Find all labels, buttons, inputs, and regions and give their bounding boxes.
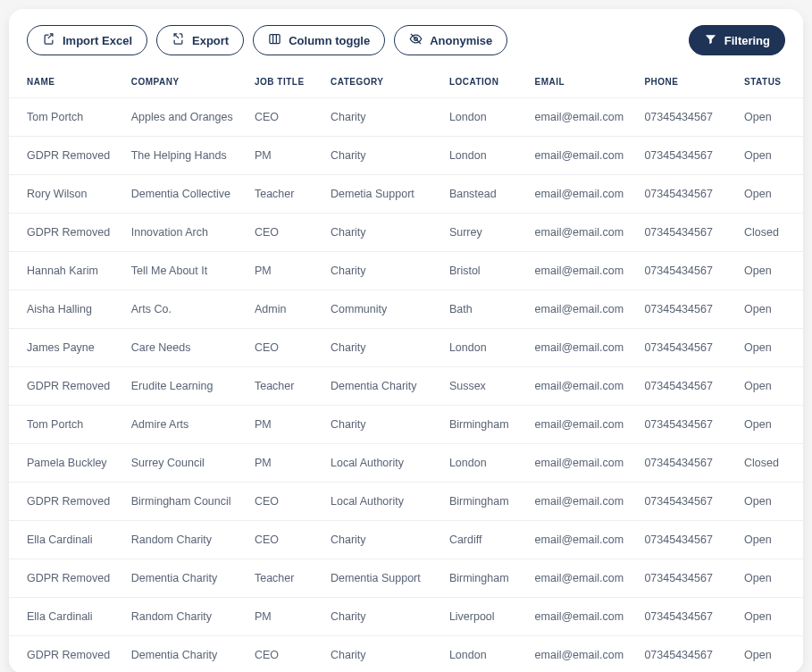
cell-email: email@email.com <box>528 483 638 521</box>
header-name[interactable]: NAME <box>9 68 124 98</box>
cell-phone: 07345434567 <box>637 559 737 598</box>
table-row[interactable]: Pamela BuckleySurrey CouncilPMLocal Auth… <box>9 444 803 483</box>
header-job-title[interactable]: JOB TITLE <box>247 68 323 98</box>
table-row[interactable]: James PayneCare NeedsCEOCharityLondonema… <box>9 329 803 367</box>
cell-email: email@email.com <box>528 290 638 329</box>
cell-email: email@email.com <box>528 137 638 175</box>
header-location[interactable]: LOCATION <box>442 68 528 98</box>
cell-phone: 07345434567 <box>637 367 737 406</box>
header-status[interactable]: STATUS <box>737 68 803 98</box>
cell-location: London <box>442 444 528 483</box>
cell-location: Birmingham <box>442 559 528 598</box>
table-row[interactable]: GDPR RemovedErudite LearningTeacherDemen… <box>9 367 803 406</box>
cell-name: Pamela Buckley <box>9 444 124 483</box>
table-row[interactable]: Hannah KarimTell Me About ItPMCharityBri… <box>9 252 803 290</box>
cell-category: Charity <box>323 329 442 367</box>
cell-status: Open <box>737 329 803 367</box>
cell-location: Liverpool <box>442 598 528 636</box>
table-row[interactable]: Ella CardinaliRandom CharityPMCharityLiv… <box>9 598 803 636</box>
import-excel-button[interactable]: Import Excel <box>27 25 147 55</box>
table-row[interactable]: Aisha HallingArts Co.AdminCommunityBathe… <box>9 290 803 329</box>
table-row[interactable]: GDPR RemovedBirmingham CouncilCEOLocal A… <box>9 483 803 521</box>
cell-name: Aisha Halling <box>9 290 124 329</box>
cell-phone: 07345434567 <box>637 137 737 175</box>
cell-category: Dementia Charity <box>323 367 442 406</box>
cell-location: London <box>442 137 528 175</box>
cell-phone: 07345434567 <box>637 175 737 214</box>
cell-job_title: CEO <box>247 329 323 367</box>
cell-phone: 07345434567 <box>637 521 737 559</box>
cell-name: Ella Cardinali <box>9 521 124 559</box>
cell-company: Dementia Charity <box>124 636 247 673</box>
cell-job_title: Admin <box>247 290 323 329</box>
table-row[interactable]: GDPR RemovedInnovation ArchCEOCharitySur… <box>9 214 803 252</box>
table-header-row: NAME COMPANY JOB TITLE CATEGORY LOCATION… <box>9 68 803 98</box>
cell-name: Tom Portch <box>9 98 124 137</box>
cell-job_title: PM <box>247 444 323 483</box>
cell-email: email@email.com <box>528 367 638 406</box>
cell-company: Admire Arts <box>124 406 247 444</box>
cell-name: James Payne <box>9 329 124 367</box>
cell-name: Tom Portch <box>9 406 124 444</box>
header-company[interactable]: COMPANY <box>124 68 247 98</box>
cell-email: email@email.com <box>528 444 638 483</box>
cell-company: The Helping Hands <box>124 137 247 175</box>
cell-company: Birmingham Council <box>124 483 247 521</box>
filtering-label: Filtering <box>724 34 770 47</box>
column-toggle-button[interactable]: Column toggle <box>253 25 385 55</box>
table-row[interactable]: Rory WilsonDementia CollectiveTeacherDem… <box>9 175 803 214</box>
cell-company: Apples and Oranges <box>124 98 247 137</box>
cell-company: Random Charity <box>124 521 247 559</box>
cell-phone: 07345434567 <box>637 483 737 521</box>
cell-category: Local Authority <box>323 444 442 483</box>
cell-category: Charity <box>323 137 442 175</box>
cell-name: Ella Cardinali <box>9 598 124 636</box>
cell-location: Birmingham <box>442 406 528 444</box>
cell-email: email@email.com <box>528 521 638 559</box>
data-table-card: Import Excel Export Column toggle Anonym… <box>9 9 803 672</box>
cell-name: GDPR Removed <box>9 214 124 252</box>
cell-email: email@email.com <box>528 406 638 444</box>
cell-phone: 07345434567 <box>637 636 737 673</box>
cell-name: Hannah Karim <box>9 252 124 290</box>
cell-status: Open <box>737 521 803 559</box>
cell-location: Birmingham <box>442 483 528 521</box>
cell-email: email@email.com <box>528 214 638 252</box>
cell-job_title: CEO <box>247 636 323 673</box>
cell-company: Random Charity <box>124 598 247 636</box>
cell-phone: 07345434567 <box>637 406 737 444</box>
cell-company: Surrey Council <box>124 444 247 483</box>
cell-company: Dementia Collective <box>124 175 247 214</box>
table-row[interactable]: GDPR RemovedThe Helping HandsPMCharityLo… <box>9 137 803 175</box>
table-row[interactable]: Tom PortchApples and OrangesCEOCharityLo… <box>9 98 803 137</box>
header-phone[interactable]: PHONE <box>637 68 737 98</box>
cell-category: Charity <box>323 98 442 137</box>
cell-location: London <box>442 636 528 673</box>
cell-phone: 07345434567 <box>637 598 737 636</box>
cell-category: Charity <box>323 214 442 252</box>
import-icon <box>42 32 55 48</box>
cell-email: email@email.com <box>528 559 638 598</box>
table-row[interactable]: GDPR RemovedDementia CharityTeacherDemen… <box>9 559 803 598</box>
svg-rect-0 <box>270 35 280 44</box>
eye-off-icon <box>409 32 423 48</box>
table-row[interactable]: GDPR RemovedDementia CharityCEOCharityLo… <box>9 636 803 673</box>
table-row[interactable]: Ella CardinaliRandom CharityCEOCharityCa… <box>9 521 803 559</box>
cell-status: Open <box>737 98 803 137</box>
cell-job_title: CEO <box>247 521 323 559</box>
cell-name: GDPR Removed <box>9 137 124 175</box>
header-email[interactable]: EMAIL <box>528 68 638 98</box>
cell-status: Open <box>737 367 803 406</box>
table-row[interactable]: Tom PortchAdmire ArtsPMCharityBirmingham… <box>9 406 803 444</box>
cell-status: Open <box>737 483 803 521</box>
filtering-button[interactable]: Filtering <box>689 25 785 55</box>
cell-phone: 07345434567 <box>637 329 737 367</box>
anonymise-button[interactable]: Anonymise <box>394 25 507 55</box>
export-button[interactable]: Export <box>156 25 244 55</box>
cell-email: email@email.com <box>528 329 638 367</box>
cell-status: Closed <box>737 444 803 483</box>
cell-job_title: PM <box>247 252 323 290</box>
cell-name: GDPR Removed <box>9 367 124 406</box>
header-category[interactable]: CATEGORY <box>323 68 442 98</box>
cell-job_title: CEO <box>247 214 323 252</box>
